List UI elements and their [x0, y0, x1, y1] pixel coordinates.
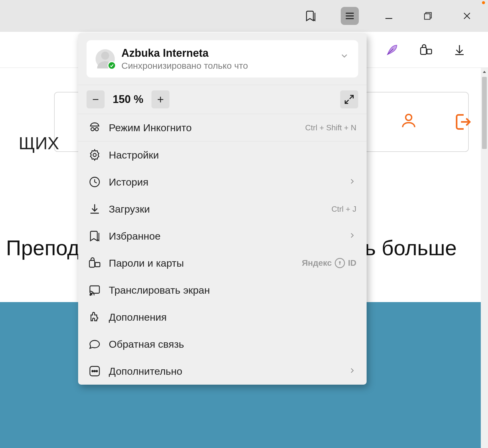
cast-icon	[88, 284, 101, 296]
menu-passwords[interactable]: Пароли и карты Яндекс ID	[78, 250, 367, 277]
menu-label: Транслировать экран	[109, 284, 210, 296]
menu-favorites[interactable]: Избранное	[78, 222, 367, 250]
menu-label: Дополнительно	[109, 365, 182, 377]
menu-label: Пароли и карты	[109, 257, 184, 269]
chevron-down-icon	[340, 51, 349, 61]
page-logout-button[interactable]	[452, 111, 473, 134]
close-button[interactable]	[458, 7, 476, 25]
menu-feedback[interactable]: Обратная связь	[78, 331, 367, 358]
menu-label: Избранное	[109, 230, 160, 242]
minimize-icon	[384, 11, 394, 21]
svg-point-33	[92, 371, 93, 372]
fullscreen-icon	[343, 93, 355, 105]
menu-label: История	[109, 176, 148, 188]
menu-cast[interactable]: Транслировать экран	[78, 277, 367, 304]
minimize-button[interactable]	[380, 7, 398, 25]
svg-point-16	[101, 52, 109, 60]
menu-more[interactable]: Дополнительно	[78, 358, 367, 385]
incognito-icon	[88, 121, 101, 134]
avatar	[96, 49, 115, 68]
yandex-id-right: ID	[348, 258, 356, 268]
chevron-right-icon	[348, 230, 356, 242]
svg-rect-27	[95, 262, 100, 267]
menu-icon	[344, 11, 355, 21]
svg-line-17	[350, 95, 353, 99]
menu-label: Дополнения	[109, 311, 167, 323]
passwords-cards-icon	[88, 257, 101, 269]
svg-rect-29	[340, 263, 340, 265]
close-icon	[462, 11, 472, 21]
svg-point-22	[93, 153, 96, 157]
menu-history[interactable]: История	[78, 168, 367, 195]
downloads-button[interactable]	[452, 42, 467, 57]
download-icon	[88, 203, 101, 215]
svg-point-35	[96, 371, 98, 372]
notification-dot	[482, 1, 485, 4]
sync-badge	[108, 61, 116, 70]
feather-button[interactable]	[385, 42, 400, 57]
svg-point-13	[406, 114, 412, 120]
passwords-icon	[419, 43, 433, 57]
scroll-up-arrow[interactable]	[482, 70, 487, 74]
menu-label: Режим Инкогнито	[109, 122, 192, 134]
passwords-button[interactable]	[418, 42, 433, 57]
zoom-row: − 150 % +	[78, 85, 367, 114]
scroll-thumb[interactable]	[482, 77, 487, 149]
yandex-id-left: Яндекс	[302, 258, 332, 268]
chevron-right-icon	[348, 176, 356, 188]
menu-incognito[interactable]: Режим Инкогнито Ctrl + Shift + N	[78, 114, 367, 141]
bookmark-icon	[88, 230, 101, 242]
svg-rect-30	[90, 286, 99, 293]
profile-status: Синхронизировано только что	[121, 61, 248, 71]
bookmarks-icon	[304, 10, 317, 22]
svg-rect-5	[425, 14, 430, 19]
profile-expand[interactable]	[340, 51, 349, 62]
zoom-out-button[interactable]: −	[87, 90, 105, 108]
chevron-right-icon	[348, 365, 356, 377]
svg-point-28	[339, 261, 341, 263]
zoom-level: 150 %	[110, 93, 146, 106]
page-heading-right: ь больше	[365, 236, 457, 260]
more-icon	[88, 365, 101, 377]
vertical-scrollbar[interactable]	[481, 68, 488, 448]
main-menu-dropdown: Azbuka Interneta Синхронизировано только…	[78, 33, 367, 385]
profile-text: Azbuka Interneta Синхронизировано только…	[121, 47, 248, 71]
logout-icon	[452, 111, 473, 132]
yandex-id-badge: Яндекс ID	[302, 258, 356, 268]
svg-rect-26	[90, 260, 95, 267]
svg-point-20	[95, 128, 99, 131]
clock-icon	[88, 176, 101, 188]
menu-shortcut: Ctrl + Shift + N	[305, 123, 357, 132]
fullscreen-button[interactable]	[340, 90, 358, 108]
window-titlebar	[0, 0, 488, 32]
yandex-id-circle-icon	[335, 258, 345, 268]
bookmarks-button[interactable]	[302, 7, 320, 25]
menu-downloads[interactable]: Загрузки Ctrl + J	[78, 195, 367, 222]
maximize-button[interactable]	[419, 7, 437, 25]
gear-icon	[88, 149, 101, 161]
profile-card[interactable]: Azbuka Interneta Синхронизировано только…	[87, 40, 358, 77]
page-user-button[interactable]	[400, 111, 418, 131]
svg-rect-9	[421, 47, 426, 54]
page-heading-left: Препод	[6, 236, 79, 260]
menu-label: Загрузки	[109, 203, 150, 215]
menu-settings[interactable]: Настройки	[78, 141, 367, 168]
menu-shortcut: Ctrl + J	[331, 204, 356, 214]
maximize-icon	[423, 11, 433, 21]
svg-line-18	[345, 100, 349, 104]
svg-marker-15	[483, 71, 486, 73]
chat-icon	[88, 338, 101, 350]
main-menu-button[interactable]	[341, 7, 359, 25]
svg-point-31	[90, 294, 91, 295]
feather-icon	[385, 43, 399, 57]
menu-label: Обратная связь	[109, 338, 184, 350]
profile-name: Azbuka Interneta	[121, 47, 248, 59]
download-icon	[453, 44, 466, 56]
svg-rect-10	[427, 49, 432, 54]
user-icon	[400, 111, 418, 129]
menu-addons[interactable]: Дополнения	[78, 304, 367, 331]
puzzle-icon	[88, 311, 101, 323]
zoom-in-button[interactable]: +	[151, 90, 169, 108]
menu-label: Настройки	[109, 149, 159, 161]
check-icon	[109, 63, 114, 68]
